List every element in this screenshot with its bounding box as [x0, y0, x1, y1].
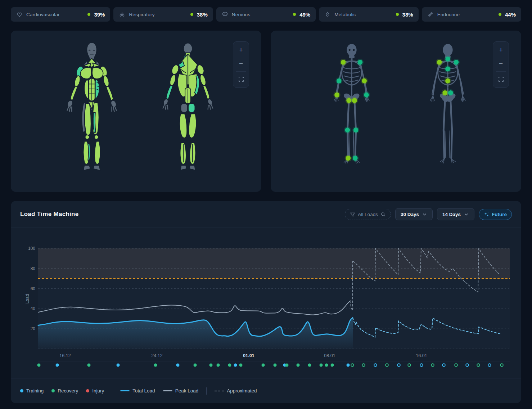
fullscreen-icon[interactable]: [233, 72, 249, 86]
zoom-in-button[interactable]: +: [233, 43, 249, 57]
legend-total-load[interactable]: Total Load: [120, 388, 155, 394]
joint-marker[interactable]: [353, 156, 358, 161]
recovery-event-dot[interactable]: [500, 364, 503, 367]
recovery-event-dot[interactable]: [285, 364, 289, 367]
joint-marker[interactable]: [337, 78, 342, 84]
joint-marker[interactable]: [352, 98, 357, 103]
training-event-dot[interactable]: [466, 364, 469, 367]
stat-card-respiratory[interactable]: Respiratory 38%: [113, 7, 213, 22]
recovery-event-dot[interactable]: [228, 364, 231, 367]
training-event-dot[interactable]: [374, 364, 377, 367]
y-tick-label: 40: [31, 306, 36, 311]
training-event-dot[interactable]: [56, 364, 59, 367]
skeleton-figure-back[interactable]: [418, 41, 478, 183]
training-event-dot[interactable]: [397, 364, 400, 367]
filter-icon: [350, 212, 355, 217]
training-event-dot[interactable]: [488, 364, 491, 367]
training-event-dot[interactable]: [347, 364, 350, 367]
status-dot: [190, 13, 193, 16]
recovery-event-dot[interactable]: [297, 364, 300, 367]
legend-recovery[interactable]: Recovery: [51, 388, 78, 394]
range-14-days-dropdown[interactable]: 14 Days: [437, 208, 474, 220]
recovery-event-dot[interactable]: [325, 364, 328, 367]
joint-marker[interactable]: [364, 93, 369, 98]
joint-marker[interactable]: [445, 78, 450, 84]
joint-marker[interactable]: [445, 57, 450, 62]
legend-approximated[interactable]: Approximated: [215, 388, 257, 394]
recovery-event-dot[interactable]: [362, 364, 365, 367]
muscle-figure-front[interactable]: [62, 41, 122, 183]
x-tick-label: 01.01: [243, 353, 254, 358]
training-event-dot[interactable]: [442, 364, 445, 367]
stat-card-cardiovascular[interactable]: Cardiovascular 39%: [11, 7, 110, 22]
stat-card-metabolic[interactable]: Metabolic 38%: [319, 7, 418, 22]
range-30-days-dropdown[interactable]: 30 Days: [395, 208, 433, 220]
legend-training[interactable]: Training: [20, 388, 44, 394]
stat-label: Cardiovascular: [26, 12, 60, 17]
recovery-event-dot[interactable]: [274, 364, 277, 367]
joint-marker[interactable]: [448, 90, 453, 95]
recovery-event-dot[interactable]: [262, 364, 265, 367]
joint-marker[interactable]: [341, 60, 346, 65]
status-dot: [396, 13, 399, 16]
joint-marker[interactable]: [437, 60, 442, 65]
legend-label: Injury: [92, 388, 104, 394]
training-event-dot[interactable]: [420, 364, 423, 367]
training-event-dot[interactable]: [234, 364, 237, 367]
zoom-out-button[interactable]: −: [493, 57, 509, 71]
recovery-event-dot[interactable]: [239, 364, 243, 367]
stat-card-endocrine[interactable]: Endocrine 44%: [422, 7, 521, 22]
y-axis-label: Load: [25, 294, 30, 304]
chevron-down-icon: [422, 212, 427, 217]
legend-peak-load[interactable]: Peak Load: [163, 388, 199, 394]
recovery-event-dot[interactable]: [154, 364, 157, 367]
joint-marker[interactable]: [334, 93, 339, 98]
recovery-event-dot[interactable]: [477, 364, 480, 367]
chart-controls: All Loads 30 Days 14 Days: [345, 208, 512, 220]
zoom-in-button[interactable]: +: [493, 43, 509, 57]
recovery-event-dot[interactable]: [455, 364, 457, 367]
recovery-event-dot[interactable]: [320, 364, 323, 367]
joint-marker[interactable]: [442, 90, 447, 95]
joint-marker[interactable]: [362, 78, 367, 84]
joint-marker[interactable]: [345, 127, 350, 132]
joint-marker[interactable]: [353, 127, 359, 132]
recovery-event-dot[interactable]: [386, 364, 388, 367]
recovery-event-dot[interactable]: [37, 364, 41, 367]
recovery-event-dot[interactable]: [194, 364, 197, 367]
legend-injury[interactable]: Injury: [86, 388, 104, 394]
recovery-event-dot[interactable]: [331, 364, 334, 367]
all-loads-filter[interactable]: All Loads: [345, 209, 391, 220]
recovery-event-dot[interactable]: [217, 364, 220, 367]
load-chart[interactable]: 2040608010016.1224.1201.0108.0116.01Load: [24, 241, 520, 374]
legend-label: Total Load: [132, 388, 155, 394]
x-tick-label: 08.01: [324, 353, 335, 358]
joint-marker[interactable]: [346, 98, 351, 103]
lungs-icon: [119, 11, 125, 18]
stat-card-nervous[interactable]: Nervous 49%: [216, 7, 316, 22]
joint-marker[interactable]: [454, 60, 459, 65]
chevron-down-icon: [464, 212, 469, 217]
recovery-event-dot[interactable]: [308, 364, 311, 367]
legend-label: Training: [26, 388, 44, 394]
load-panel-header: Load Time Machine All Loads 30 Days 14 D…: [11, 201, 521, 228]
recovery-event-dot[interactable]: [87, 364, 91, 367]
recovery-event-dot[interactable]: [209, 364, 213, 367]
recovery-event-dot[interactable]: [408, 364, 411, 367]
recovery-event-dot[interactable]: [431, 364, 434, 367]
recovery-event-dot[interactable]: [351, 364, 354, 367]
future-toggle-button[interactable]: Future: [479, 209, 512, 220]
joint-marker[interactable]: [346, 156, 351, 161]
muscle-figure-back[interactable]: [158, 41, 218, 183]
joint-marker[interactable]: [445, 67, 450, 72]
joint-marker[interactable]: [358, 60, 363, 65]
status-dot: [293, 13, 296, 16]
skeleton-figure-front[interactable]: [322, 41, 382, 183]
page-title: Load Time Machine: [20, 211, 79, 218]
training-event-dot[interactable]: [117, 364, 120, 367]
zoom-out-button[interactable]: −: [233, 57, 249, 71]
fullscreen-icon[interactable]: [493, 72, 509, 86]
stat-label: Respiratory: [129, 12, 154, 17]
future-label: Future: [492, 212, 507, 217]
training-event-dot[interactable]: [176, 364, 180, 367]
